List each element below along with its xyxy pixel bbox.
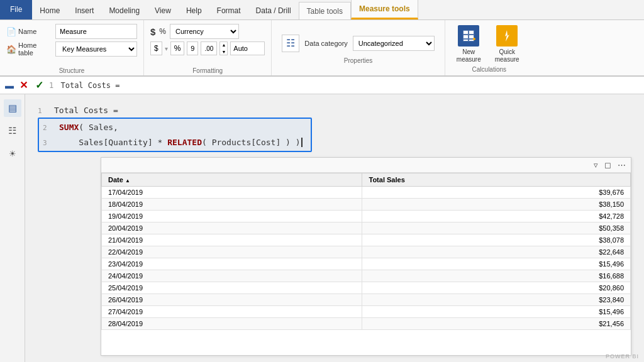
svg-rect-4 xyxy=(469,35,474,38)
home-table-row: 🏠 Home table Key Measures xyxy=(6,41,137,57)
line-num-3: 3 xyxy=(43,137,54,150)
cell-date: 28/04/2019 xyxy=(102,318,362,330)
data-category-icon: ☷ xyxy=(282,35,299,52)
svg-rect-5 xyxy=(464,40,468,41)
data-view-icon[interactable]: ☷ xyxy=(4,122,21,140)
format-percent-btn[interactable]: % xyxy=(170,41,185,55)
table-row: 28/04/2019$21,456 xyxy=(102,318,631,330)
line-num-1: 1 xyxy=(38,105,49,118)
format-decrement[interactable]: ▼ xyxy=(220,48,227,55)
tab-view[interactable]: View xyxy=(147,2,179,19)
format-row-1: $ % Currency Whole Number Decimal Number… xyxy=(150,24,265,39)
tab-file[interactable]: File xyxy=(0,0,32,19)
data-category-label: Data category xyxy=(304,40,347,47)
formula-cancel-btn[interactable]: ✕ xyxy=(18,79,30,91)
quick-measure-label: Quickmeasure xyxy=(495,48,519,63)
home-icon: 🏠 xyxy=(6,45,16,54)
new-measure-button[interactable]: Newmeasure xyxy=(450,23,487,66)
cell-total-sales: $22,648 xyxy=(362,246,631,258)
tab-insert[interactable]: Insert xyxy=(67,2,101,19)
formula-confirm-btn[interactable]: ✓ xyxy=(33,79,45,91)
table-row: 23/04/2019$15,496 xyxy=(102,258,631,270)
format-row-2: $ ▾ % 9 .00 ▲ ▼ xyxy=(150,41,265,55)
left-iconbar: ▤ ☷ ☀ xyxy=(0,94,25,362)
format-decimal-btn[interactable]: .00 xyxy=(201,41,217,55)
cell-total-sales: $21,456 xyxy=(362,318,631,330)
cell-date: 27/04/2019 xyxy=(102,306,362,318)
tab-modeling[interactable]: Modeling xyxy=(101,2,147,19)
code-line-3: 3 Sales[Quantity] * RELATED( Products[Co… xyxy=(43,135,307,150)
name-icon: 📄 xyxy=(6,27,16,36)
format-comma-btn[interactable]: 9 xyxy=(187,41,198,55)
table-row: 19/04/2019$42,728 xyxy=(102,211,631,222)
cell-total-sales: $50,358 xyxy=(362,222,631,234)
tab-data-drill[interactable]: Data / Drill xyxy=(248,2,299,19)
format-dollar-icon: $ xyxy=(150,26,155,37)
main-area: ▤ ☷ ☀ 1 Total Costs = 2 SUMX( Sales, xyxy=(0,94,644,362)
table-row: 18/04/2019$38,150 xyxy=(102,199,631,211)
cell-total-sales: $15,496 xyxy=(362,258,631,270)
formatting-label: Formatting xyxy=(150,67,265,74)
format-auto-input[interactable] xyxy=(230,41,265,55)
svg-rect-3 xyxy=(464,35,468,38)
name-label: 📄 Name xyxy=(6,27,52,36)
name-row: 📄 Name xyxy=(6,24,137,39)
svg-rect-1 xyxy=(464,31,468,34)
table-row: 27/04/2019$15,496 xyxy=(102,306,631,318)
tab-help[interactable]: Help xyxy=(179,2,209,19)
table-row: 25/04/2019$20,860 xyxy=(102,282,631,294)
code-block: 1 Total Costs = 2 SUMX( Sales, 3 Sales[Q… xyxy=(38,103,631,152)
tab-measure-tools[interactable]: Measure tools xyxy=(351,0,418,19)
svg-rect-6 xyxy=(469,40,474,41)
ribbon-group-formatting: $ % Currency Whole Number Decimal Number… xyxy=(144,20,272,75)
home-table-label: 🏠 Home table xyxy=(6,41,52,57)
format-increment[interactable]: ▲ xyxy=(220,41,227,48)
ribbon-group-calculations: Newmeasure Quickmeasure Calculations xyxy=(445,20,533,75)
formula-text-line: 1 Total Costs = xyxy=(49,81,119,90)
table-scroll-wrapper[interactable]: Date ▲ Total Sales 17/04/2019$39,67618/0… xyxy=(101,173,631,355)
col-date[interactable]: Date ▲ xyxy=(102,173,362,187)
code-content-3: Sales[Quantity] * RELATED( Products[Cost… xyxy=(59,135,307,150)
cell-date: 22/04/2019 xyxy=(102,246,362,258)
home-table-select[interactable]: Key Measures xyxy=(55,41,137,57)
formula-bar-chart-icon: ▬ xyxy=(5,80,14,90)
expand-icon[interactable]: ◻ xyxy=(604,160,611,170)
new-measure-icon xyxy=(458,25,479,47)
table-row: 20/04/2019$50,358 xyxy=(102,222,631,234)
cell-total-sales: $39,676 xyxy=(362,187,631,199)
currency-select[interactable]: Currency Whole Number Decimal Number Per… xyxy=(170,24,239,39)
table-row: 24/04/2019$16,688 xyxy=(102,270,631,282)
filter-icon[interactable]: ▿ xyxy=(594,160,598,170)
table-row: 26/04/2019$23,840 xyxy=(102,294,631,306)
report-view-icon[interactable]: ▤ xyxy=(4,99,21,117)
name-input[interactable] xyxy=(55,24,137,39)
tab-format[interactable]: Format xyxy=(209,2,248,19)
model-view-icon[interactable]: ☀ xyxy=(4,145,21,162)
format-dollar-btn[interactable]: $ xyxy=(150,41,162,55)
cell-total-sales: $38,078 xyxy=(362,234,631,246)
code-content-1: Total Costs = xyxy=(54,103,118,118)
code-area: 1 Total Costs = 2 SUMX( Sales, 3 Sales[Q… xyxy=(25,94,644,362)
cell-date: 17/04/2019 xyxy=(102,187,362,199)
code-line-1: 1 Total Costs = xyxy=(38,103,631,118)
tab-home[interactable]: Home xyxy=(32,2,67,19)
cell-date: 26/04/2019 xyxy=(102,294,362,306)
bottom-right-logo: POWER BI xyxy=(606,353,639,359)
cell-date: 18/04/2019 xyxy=(102,199,362,211)
cell-date: 19/04/2019 xyxy=(102,211,362,222)
table-row: 22/04/2019$22,648 xyxy=(102,246,631,258)
table-toolbar: ▿ ◻ ⋯ xyxy=(101,158,631,173)
structure-label: Structure xyxy=(6,67,137,74)
quick-measure-button[interactable]: Quickmeasure xyxy=(489,23,526,66)
cell-date: 21/04/2019 xyxy=(102,234,362,246)
ribbon-group-properties: ☷ Data category Uncategorized Address Ci… xyxy=(272,20,445,75)
data-category-select[interactable]: Uncategorized Address City xyxy=(353,36,435,51)
data-table: Date ▲ Total Sales 17/04/2019$39,67618/0… xyxy=(101,173,631,330)
tab-table-tools[interactable]: Table tools xyxy=(299,2,351,19)
cell-date: 20/04/2019 xyxy=(102,222,362,234)
cell-total-sales: $42,728 xyxy=(362,211,631,222)
cell-total-sales: $38,150 xyxy=(362,199,631,211)
cell-total-sales: $16,688 xyxy=(362,270,631,282)
more-options-icon[interactable]: ⋯ xyxy=(618,160,626,170)
col-total-sales[interactable]: Total Sales xyxy=(362,173,631,187)
